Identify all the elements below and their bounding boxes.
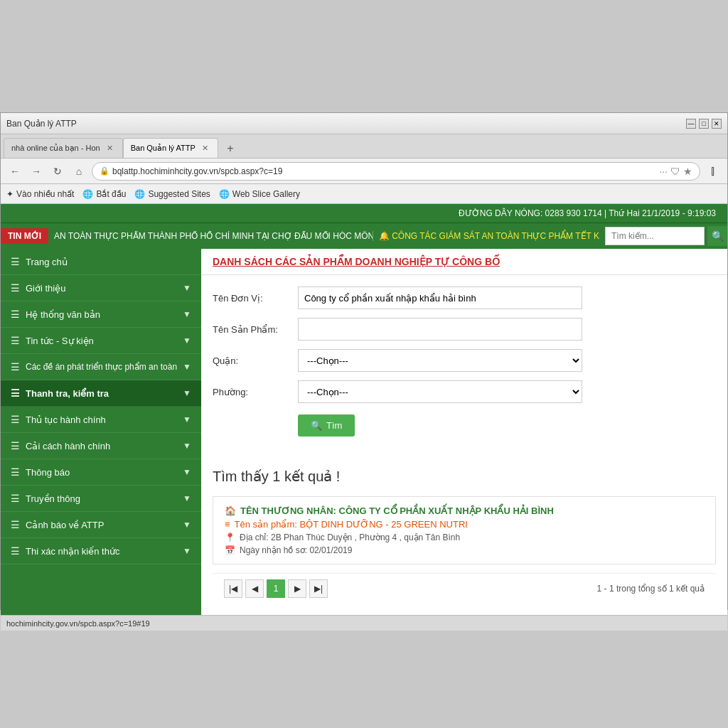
- sidebar-item-thanh-tra[interactable]: ☰ Thanh tra, kiểm tra ▼: [1, 380, 201, 407]
- address-bar: ← → ↻ ⌂ 🔒 bqlattp.hochiminhcity.gov.vn/s…: [1, 159, 727, 184]
- sidebar-item-thong-bao[interactable]: ☰ Thông báo ▼: [1, 459, 201, 486]
- chevron-icon-5: ▼: [183, 388, 191, 398]
- menu-icon-2: ☰: [11, 309, 20, 320]
- refresh-button[interactable]: ↻: [49, 163, 66, 180]
- sidebar-item-cai-cach[interactable]: ☰ Cải cách hành chính ▼: [1, 433, 201, 459]
- quan-select[interactable]: ---Chọn---: [298, 349, 582, 372]
- tab-1-close[interactable]: ✕: [105, 143, 115, 154]
- library-icon[interactable]: ⫿: [705, 163, 722, 180]
- don-vi-label: Tên Đơn Vị:: [213, 293, 298, 304]
- last-page-button[interactable]: ▶|: [309, 579, 328, 598]
- sidebar-item-thu-tuc[interactable]: ☰ Thủ tục hành chính ▼: [1, 407, 201, 433]
- page-1-button[interactable]: 1: [267, 579, 285, 598]
- content-area: DANH SÁCH CÁC SẢN PHẨM DOANH NGHIỆP TỰ C…: [201, 249, 727, 615]
- tab-1-label: nhà online của bạn - Hon: [11, 144, 100, 153]
- search-submit-button[interactable]: 🔍: [707, 226, 727, 246]
- sidebar-item-thi-xac-nhan[interactable]: ☰ Thi xác nhận kiến thức ▼: [1, 538, 201, 564]
- chevron-icon-2: ▼: [183, 309, 191, 319]
- search-input[interactable]: [605, 227, 705, 245]
- next-page-button[interactable]: ▶: [288, 579, 306, 598]
- sidebar-item-truyen-thong[interactable]: ☰ Truyền thông ▼: [1, 486, 201, 512]
- news-ticker: TIN MỚI AN TOÀN THỰC PHẨM THÀNH PHỐ HỒ C…: [1, 223, 727, 249]
- close-button[interactable]: ✕: [712, 119, 722, 129]
- menu-icon-6: ☰: [11, 414, 20, 425]
- tab-2[interactable]: Ban Quản lý ATTP ✕: [123, 138, 218, 158]
- result-product-0: ≡ Tên sản phẩm: BỘT DINH DƯỠNG - 25 GREE…: [225, 519, 704, 530]
- menu-icon-3: ☰: [11, 335, 20, 346]
- list-icon: ≡: [225, 519, 230, 530]
- san-pham-input[interactable]: [298, 318, 582, 341]
- sidebar-item-he-thong-van-ban[interactable]: ☰ Hệ thống văn bản ▼: [1, 301, 201, 328]
- address-input-wrapper[interactable]: 🔒 bqlattp.hochiminhcity.gov.vn/spcb.aspx…: [92, 162, 700, 181]
- chevron-icon-4: ▼: [183, 362, 191, 372]
- window-controls: — □ ✕: [686, 119, 722, 129]
- result-address-0: 📍 Địa chỉ: 2B Phan Thúc Duyện , Phường 4…: [225, 532, 704, 542]
- prev-page-button[interactable]: ◀: [245, 579, 264, 598]
- sidebar-item-trang-chu[interactable]: ☰ Trang chủ: [1, 249, 201, 275]
- search-icon: 🔍: [311, 420, 322, 431]
- results-count: Tìm thấy 1 kết quả !: [213, 468, 716, 485]
- new-tab-button[interactable]: +: [221, 141, 240, 156]
- page-title-tab: Ban Quản lý ATTP: [6, 119, 77, 129]
- bookmarks-bar: ✦ Vào nhiều nhất 🌐 Bắt đầu 🌐 Suggested S…: [1, 184, 727, 204]
- chevron-icon-1: ▼: [183, 283, 191, 293]
- result-company-0: 🏠 TÊN THƯƠNG NHÂN: CÔNG TY CỔ PHẦN XUẤT …: [225, 505, 704, 516]
- shield-icon: 🛡: [670, 166, 680, 177]
- star-icon[interactable]: ★: [683, 166, 692, 177]
- form-row-san-pham: Tên Sản Phẩm:: [213, 318, 716, 341]
- sidebar-label-2: Hệ thống văn bản: [26, 309, 100, 320]
- bookmark-star-icon[interactable]: ···: [659, 166, 668, 177]
- sidebar-label-10: Cảnh báo về ATTP: [26, 520, 104, 530]
- sidebar-label-7: Cải cách hành chính: [26, 441, 110, 451]
- sidebar-label-9: Truyền thông: [26, 493, 80, 504]
- don-vi-input[interactable]: [298, 287, 582, 309]
- tab-1[interactable]: nhà online của bạn - Hon ✕: [4, 138, 123, 158]
- menu-icon-10: ☰: [11, 519, 20, 530]
- chevron-icon-10: ▼: [183, 520, 191, 530]
- bookmark-star-icon-1: ✦: [6, 189, 14, 199]
- page-title-bar: DANH SÁCH CÁC SẢN PHẨM DOANH NGHIỆP TỰ C…: [201, 249, 727, 275]
- ticker-link[interactable]: 🔔 CÔNG TÁC GIÁM SÁT AN TOÀN THỰC PHẨM TẾ…: [373, 231, 605, 241]
- menu-icon-8: ☰: [11, 466, 20, 478]
- form-row-don-vi: Tên Đơn Vị:: [213, 287, 716, 309]
- back-button[interactable]: ←: [6, 163, 23, 180]
- forward-button[interactable]: →: [28, 163, 45, 180]
- sidebar-label-1: Giới thiệu: [26, 283, 65, 294]
- sidebar-item-de-an[interactable]: ☰ Các đề án phát triển thực phẩm an toàn…: [1, 354, 201, 380]
- sidebar-item-tin-tuc[interactable]: ☰ Tin tức - Sự kiện ▼: [1, 328, 201, 354]
- bookmark-web-slice-gallery[interactable]: 🌐 Web Slice Gallery: [219, 189, 300, 199]
- form-section: Tên Đơn Vị: Tên Sản Phẩm: Quận: ---Chọn-…: [201, 275, 727, 456]
- address-icons: ··· 🛡 ★: [659, 166, 692, 177]
- bookmark-bat-dau[interactable]: 🌐 Bắt đầu: [82, 189, 126, 199]
- bookmark-label-2: Bắt đầu: [96, 189, 126, 199]
- sidebar-label-11: Thi xác nhận kiến thức: [26, 546, 119, 557]
- chevron-icon-9: ▼: [183, 493, 191, 503]
- search-form-button[interactable]: 🔍 Tìm: [298, 414, 355, 437]
- menu-icon-4: ☰: [11, 361, 20, 373]
- menu-icon-0: ☰: [11, 256, 20, 267]
- form-row-submit: 🔍 Tìm: [213, 412, 716, 437]
- maximize-button[interactable]: □: [699, 119, 709, 129]
- form-row-phuong: Phường: ---Chọn---: [213, 380, 716, 403]
- calendar-icon: 📅: [225, 545, 235, 555]
- bookmark-vao-nhieu-nhat[interactable]: ✦ Vào nhiều nhất: [6, 189, 74, 199]
- result-card-0: 🏠 TÊN THƯƠNG NHÂN: CÔNG TY CỔ PHẦN XUẤT …: [213, 496, 716, 564]
- status-bar: hochiminhcity.gov.vn/spcb.aspx?c=19#19: [1, 615, 727, 631]
- phuong-select[interactable]: ---Chọn---: [298, 380, 582, 403]
- first-page-button[interactable]: |◀: [224, 579, 242, 598]
- bookmark-globe-icon-3: 🌐: [219, 189, 230, 199]
- home-button[interactable]: ⌂: [70, 163, 87, 180]
- sidebar-item-canh-bao[interactable]: ☰ Cảnh báo về ATTP ▼: [1, 512, 201, 538]
- minimize-button[interactable]: —: [686, 119, 696, 129]
- tab-2-close[interactable]: ✕: [200, 143, 210, 154]
- top-bar: ĐƯỜNG DÂY NÓNG: 0283 930 1714 | Thứ Hai …: [1, 204, 727, 223]
- tabs-bar: nhà online của bạn - Hon ✕ Ban Quản lý A…: [1, 134, 727, 159]
- ticker-icon: 🔔: [379, 231, 392, 241]
- bookmark-suggested-sites[interactable]: 🌐 Suggested Sites: [134, 189, 210, 199]
- location-icon: 📍: [225, 532, 235, 542]
- title-bar: Ban Quản lý ATTP — □ ✕: [1, 113, 727, 134]
- bookmark-globe-icon: 🌐: [82, 189, 93, 199]
- bookmark-globe-icon-2: 🌐: [134, 189, 145, 199]
- sidebar-item-gioi-thieu[interactable]: ☰ Giới thiệu ▼: [1, 275, 201, 301]
- search-area: 🔍: [605, 226, 727, 246]
